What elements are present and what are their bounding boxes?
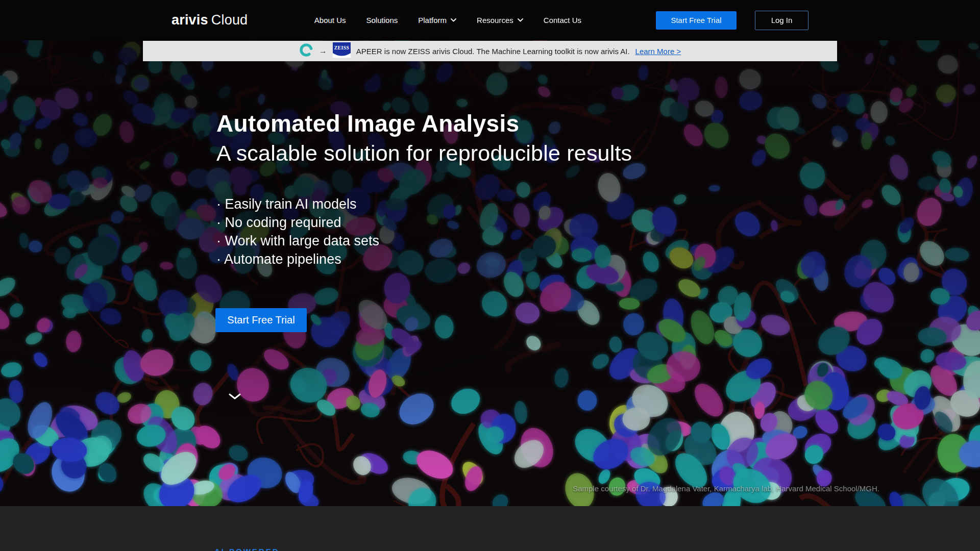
nav-item-resources[interactable]: Resources	[477, 16, 523, 24]
nav-item-solutions[interactable]: Solutions	[366, 16, 398, 24]
brand-logo[interactable]: arivisCloud	[172, 12, 248, 28]
nav-item-label: About Us	[314, 16, 346, 24]
arrow-right-icon: →	[319, 47, 327, 55]
hero-subtitle: A scalable solution for reproducible res…	[216, 141, 632, 166]
nav-item-label: Platform	[418, 16, 447, 24]
announcement-banner: → ZEISS APEER is now ZEISS arivis Cloud.…	[143, 41, 837, 61]
feature-item: · Work with large data sets	[216, 232, 379, 250]
nav-item-contact-us[interactable]: Contact Us	[544, 16, 581, 24]
learn-more-link[interactable]: Learn More >	[635, 47, 681, 56]
brand-logo-light: Cloud	[211, 12, 248, 28]
nav-item-about-us[interactable]: About Us	[314, 16, 346, 24]
nav-item-label: Contact Us	[544, 16, 581, 24]
login-button[interactable]: Log In	[755, 11, 808, 30]
top-nav: arivisCloud About UsSolutionsPlatformRes…	[0, 0, 980, 40]
chevron-down-icon	[518, 18, 523, 22]
nav-item-label: Resources	[477, 16, 513, 24]
feature-item: · Automate pipelines	[216, 250, 379, 268]
svg-text:ZEISS: ZEISS	[334, 45, 349, 51]
ai-powered-eyebrow: AI-POWERED	[214, 547, 280, 551]
brand-logo-bold: arivis	[172, 12, 208, 28]
main-menu: About UsSolutionsPlatformResourcesContac…	[314, 16, 581, 24]
start-free-trial-button[interactable]: Start Free Trial	[656, 11, 737, 30]
nav-actions: Start Free Trial Log In	[656, 11, 808, 30]
nav-item-platform[interactable]: Platform	[418, 16, 456, 24]
scroll-down-chevron-icon[interactable]	[226, 389, 244, 405]
feature-item: · No coding required	[216, 213, 379, 232]
nav-item-label: Solutions	[366, 16, 398, 24]
feature-item: · Easily train AI models	[216, 195, 379, 213]
below-fold-section: AI-POWERED	[0, 506, 980, 551]
image-credit: Sample courtesy of Dr. Magdalena Vater, …	[573, 484, 879, 493]
hero-start-free-trial-button[interactable]: Start Free Trial	[215, 308, 307, 332]
zeiss-logo-icon: ZEISS	[333, 42, 351, 60]
apeer-logo-icon	[299, 43, 313, 59]
banner-text: APEER is now ZEISS arivis Cloud. The Mac…	[356, 47, 630, 56]
chevron-down-icon	[451, 18, 456, 22]
hero-title: Automated Image Analysis	[216, 110, 519, 137]
hero-section: → ZEISS APEER is now ZEISS arivis Cloud.…	[0, 40, 980, 506]
feature-list: · Easily train AI models· No coding requ…	[216, 195, 379, 268]
